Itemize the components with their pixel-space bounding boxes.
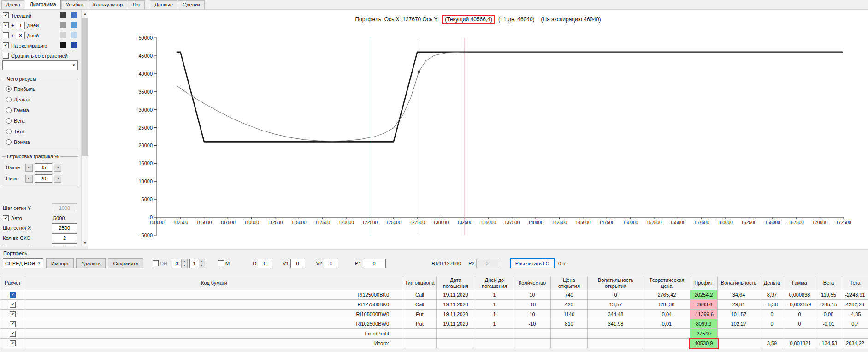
sko-count-input[interactable]: [52, 233, 77, 242]
compare-strategy-checkbox[interactable]: [3, 53, 9, 59]
range-below-decrease-button[interactable]: <: [25, 175, 33, 183]
sidebar-scrollbar[interactable]: ▲ ▼: [81, 10, 88, 246]
table-row[interactable]: ✔RI105000BW0Put19.11.20201101140344,480,…: [0, 310, 868, 319]
col-header-quantity[interactable]: Количество: [514, 276, 551, 290]
tab-board[interactable]: Доска: [1, 0, 24, 9]
row-check-cell[interactable]: ✔: [0, 329, 25, 339]
current-checkbox[interactable]: ✔: [3, 12, 9, 18]
calc-margin-button[interactable]: Рассчитать ГО: [510, 258, 555, 268]
row-check-cell[interactable]: ✔: [0, 300, 25, 310]
plus1-color1-swatch[interactable]: [60, 22, 66, 28]
col-header-volatility[interactable]: Волатильность: [718, 276, 760, 290]
compare-strategy-select[interactable]: ▼: [2, 60, 78, 70]
tab-data[interactable]: Данные: [150, 0, 177, 9]
col-header-theo-price[interactable]: Теоретическая цена: [644, 276, 690, 290]
m-checkbox[interactable]: [218, 260, 224, 266]
plus3-checkbox[interactable]: [3, 32, 9, 38]
row-calc-checkbox[interactable]: ✔: [10, 302, 16, 308]
range-below-input[interactable]: [35, 174, 52, 183]
plus1-color2-swatch[interactable]: [71, 22, 77, 28]
current-color2-swatch[interactable]: [71, 12, 77, 18]
p1-input[interactable]: [363, 259, 386, 268]
col-header-calc[interactable]: Расчет: [0, 276, 25, 290]
payoff-chart[interactable]: -500005000100001500020000250003000035000…: [88, 10, 868, 249]
col-header-gamma[interactable]: Гамма: [784, 276, 815, 290]
vega-radio[interactable]: [6, 118, 12, 124]
dh-checkbox[interactable]: [153, 260, 159, 266]
theta-radio[interactable]: [6, 129, 12, 134]
plus3-color1-swatch[interactable]: [60, 32, 66, 38]
table-row[interactable]: ✔Итого:40530,93,59-0,001321-134,532034,2…: [0, 339, 868, 348]
table-row[interactable]: ✔FixedProfit27540: [0, 329, 868, 339]
vomma-radio[interactable]: [6, 139, 12, 145]
current-color1-swatch[interactable]: [60, 12, 66, 18]
row-check-cell[interactable]: ✔: [0, 319, 25, 329]
days-count-input[interactable]: [52, 243, 77, 246]
col-header-open-vol[interactable]: Волатильность открытия: [588, 276, 644, 290]
col-header-open-price[interactable]: Цена открытия: [551, 276, 588, 290]
dh-spinner-1-input[interactable]: [172, 259, 181, 268]
row-check-cell[interactable]: ✔: [0, 290, 25, 300]
v1-input[interactable]: [290, 259, 305, 268]
scroll-thumb[interactable]: [82, 18, 88, 156]
plus1-checkbox[interactable]: ✔: [3, 22, 9, 28]
spinner-up-icon[interactable]: ▲: [181, 259, 188, 264]
profit-radio[interactable]: [6, 86, 12, 92]
expiration-checkbox[interactable]: ✔: [3, 42, 9, 48]
row-calc-checkbox[interactable]: ✔: [10, 321, 16, 327]
tab-diagram[interactable]: Диаграмма: [25, 0, 60, 9]
expiration-color1-swatch[interactable]: [60, 42, 66, 48]
row-calc-checkbox[interactable]: ✔: [10, 331, 16, 337]
v2-input[interactable]: [324, 259, 338, 268]
spinner-up-icon[interactable]: ▲: [199, 259, 205, 264]
save-button[interactable]: Сохранить: [108, 258, 143, 268]
strategy-select[interactable]: СПРЕД НОЯ ▼: [3, 258, 43, 268]
dh-spinner-2-input[interactable]: [189, 259, 199, 268]
scroll-up-icon[interactable]: ▲: [82, 10, 89, 17]
row-calc-checkbox[interactable]: ✔: [10, 292, 16, 298]
row-calc-checkbox[interactable]: ✔: [10, 340, 16, 346]
table-row[interactable]: ✔RI125000BK0Call19.11.202011074002765,42…: [0, 290, 868, 300]
spinner-down-icon[interactable]: ▼: [181, 263, 188, 268]
plus1-days-input[interactable]: [16, 22, 25, 29]
tab-log[interactable]: Лог: [128, 0, 145, 9]
range-above-input[interactable]: [35, 163, 52, 172]
col-header-days-to-expiry[interactable]: Дней до погашения: [475, 276, 514, 290]
range-above-decrease-button[interactable]: <: [25, 164, 33, 172]
tab-deals[interactable]: Сделки: [178, 0, 205, 9]
radio-row-gamma[interactable]: Гамма: [6, 107, 74, 114]
range-below-increase-button[interactable]: >: [54, 175, 61, 183]
auto-grid-checkbox[interactable]: ✔: [3, 215, 9, 221]
grid-step-x-input[interactable]: [52, 223, 77, 232]
col-header-option-type[interactable]: Тип опциона: [403, 276, 437, 290]
import-button[interactable]: Импорт: [46, 258, 74, 268]
row-check-cell[interactable]: ✔: [0, 339, 25, 348]
radio-row-vomma[interactable]: Вомма: [6, 138, 74, 146]
delta-radio[interactable]: [6, 97, 12, 102]
col-header-expiry-date[interactable]: Дата погашения: [437, 276, 475, 290]
range-above-increase-button[interactable]: >: [54, 164, 61, 172]
radio-row-vega[interactable]: Вега: [6, 117, 74, 125]
col-header-vega[interactable]: Вега: [815, 276, 842, 290]
row-check-cell[interactable]: ✔: [0, 310, 25, 319]
col-header-delta[interactable]: Дельта: [760, 276, 784, 290]
plus3-color2-swatch[interactable]: [71, 32, 77, 38]
tab-calculator[interactable]: Калькулятор: [89, 0, 127, 9]
d-input[interactable]: [258, 259, 272, 268]
plus3-days-input[interactable]: [16, 32, 25, 39]
table-row[interactable]: ✔RI102500BW0Put19.11.20201-10810341,980,…: [0, 319, 868, 329]
spinner-down-icon[interactable]: ▼: [199, 263, 205, 268]
radio-row-profit[interactable]: Прибыль: [6, 85, 74, 93]
gamma-radio[interactable]: [6, 107, 12, 113]
col-header-profit[interactable]: Профит: [690, 276, 718, 290]
radio-row-theta[interactable]: Тета: [6, 128, 74, 135]
tab-smile[interactable]: Улыбка: [61, 0, 88, 9]
delete-button[interactable]: Удалить: [76, 258, 106, 268]
radio-row-delta[interactable]: Дельта: [6, 96, 74, 103]
col-header-theta[interactable]: Тета: [842, 276, 868, 290]
scroll-down-icon[interactable]: ▼: [82, 239, 89, 246]
expiration-color2-swatch[interactable]: [71, 42, 77, 48]
col-header-code[interactable]: Код бумаги: [25, 276, 403, 290]
table-row[interactable]: ✔RI127500BK0Call19.11.20201-1042013,5781…: [0, 300, 868, 310]
row-calc-checkbox[interactable]: ✔: [10, 311, 16, 317]
